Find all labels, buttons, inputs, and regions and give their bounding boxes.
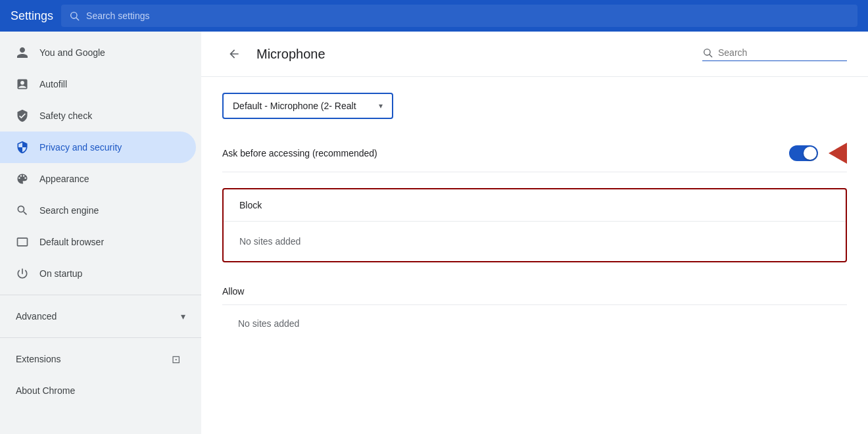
dropdown-value: Default - Microphone (2- Realt bbox=[233, 101, 356, 111]
person-icon bbox=[16, 46, 29, 59]
topbar-search[interactable]: Search settings bbox=[61, 5, 857, 27]
sidebar-item-privacy-and-security[interactable]: Privacy and security bbox=[0, 132, 196, 163]
toggle-label: Ask before accessing (recommended) bbox=[222, 148, 377, 158]
content-search[interactable] bbox=[702, 47, 847, 61]
search-engine-icon bbox=[16, 204, 29, 217]
sidebar-item-extensions[interactable]: Extensions ⊡ bbox=[0, 343, 196, 375]
sidebar-item-search-engine[interactable]: Search engine bbox=[0, 195, 196, 226]
sidebar-item-label: Autofill bbox=[39, 79, 67, 89]
sidebar-item-safety-check[interactable]: Safety check bbox=[0, 100, 196, 132]
sidebar-item-label: Appearance bbox=[39, 174, 89, 184]
main-layout: You and Google Autofill Safety check Pri… bbox=[0, 32, 868, 434]
block-section-header: Block bbox=[224, 189, 846, 222]
safety-check-icon bbox=[16, 109, 29, 122]
about-label: About Chrome bbox=[16, 385, 75, 396]
sidebar-item-appearance[interactable]: Appearance bbox=[0, 163, 196, 195]
sidebar: You and Google Autofill Safety check Pri… bbox=[0, 32, 201, 434]
toggle-with-arrow bbox=[789, 143, 847, 164]
sidebar-divider bbox=[0, 295, 201, 295]
topbar-search-label: Search settings bbox=[86, 11, 150, 21]
app-title: Settings bbox=[11, 9, 53, 23]
advanced-chevron-icon: ▾ bbox=[181, 311, 185, 322]
content-search-icon bbox=[702, 47, 713, 58]
page-title: Microphone bbox=[256, 47, 326, 62]
privacy-icon bbox=[16, 141, 29, 154]
svg-line-1 bbox=[76, 18, 79, 20]
topbar: Settings Search settings bbox=[0, 0, 868, 32]
sidebar-item-label: Default browser bbox=[39, 237, 104, 247]
sidebar-item-label: You and Google bbox=[39, 47, 105, 58]
svg-line-3 bbox=[710, 55, 712, 57]
extensions-external-icon: ⊡ bbox=[172, 353, 180, 366]
allow-section-header: Allow bbox=[222, 278, 847, 305]
block-section-body: No sites added bbox=[224, 222, 846, 261]
block-section: Block No sites added bbox=[222, 188, 847, 262]
ask-before-accessing-row: Ask before accessing (recommended) bbox=[222, 135, 847, 172]
content-body: Default - Microphone (2- Realt ▾ Ask bef… bbox=[201, 77, 868, 358]
main-content: Microphone Default - Microphone (2- Real… bbox=[201, 32, 868, 434]
sidebar-item-default-browser[interactable]: Default browser bbox=[0, 226, 196, 258]
sidebar-item-label: On startup bbox=[39, 268, 82, 279]
allow-section-body: No sites added bbox=[222, 305, 847, 342]
default-browser-icon bbox=[16, 235, 29, 249]
autofill-icon bbox=[16, 78, 29, 91]
microphone-dropdown-row: Default - Microphone (2- Realt ▾ bbox=[222, 93, 847, 119]
allow-empty-label: No sites added bbox=[238, 318, 299, 329]
topbar-search-icon bbox=[69, 11, 80, 21]
allow-section: Allow No sites added bbox=[222, 278, 847, 342]
sidebar-section-advanced[interactable]: Advanced ▾ bbox=[0, 301, 201, 332]
extensions-label: Extensions bbox=[16, 354, 60, 364]
advanced-label: Advanced bbox=[16, 311, 57, 322]
sidebar-divider-2 bbox=[0, 337, 201, 338]
content-header: Microphone bbox=[201, 32, 868, 77]
sidebar-item-on-startup[interactable]: On startup bbox=[0, 258, 196, 289]
sidebar-item-you-and-google[interactable]: You and Google bbox=[0, 37, 196, 68]
sidebar-item-label: Search engine bbox=[39, 205, 99, 216]
on-startup-icon bbox=[16, 267, 29, 280]
search-input[interactable] bbox=[718, 47, 836, 58]
back-button[interactable] bbox=[222, 42, 246, 66]
content-header-left: Microphone bbox=[222, 42, 326, 66]
sidebar-item-label: Privacy and security bbox=[39, 142, 122, 153]
sidebar-item-about-chrome[interactable]: About Chrome bbox=[0, 375, 196, 406]
microphone-dropdown[interactable]: Default - Microphone (2- Realt ▾ bbox=[222, 93, 393, 119]
arrow-indicator bbox=[829, 143, 847, 164]
block-empty-label: No sites added bbox=[239, 236, 301, 247]
ask-before-accessing-toggle[interactable] bbox=[789, 145, 818, 161]
sidebar-item-label: Safety check bbox=[39, 110, 92, 121]
appearance-icon bbox=[16, 172, 29, 185]
sidebar-item-autofill[interactable]: Autofill bbox=[0, 68, 196, 100]
chevron-down-icon: ▾ bbox=[379, 101, 383, 110]
